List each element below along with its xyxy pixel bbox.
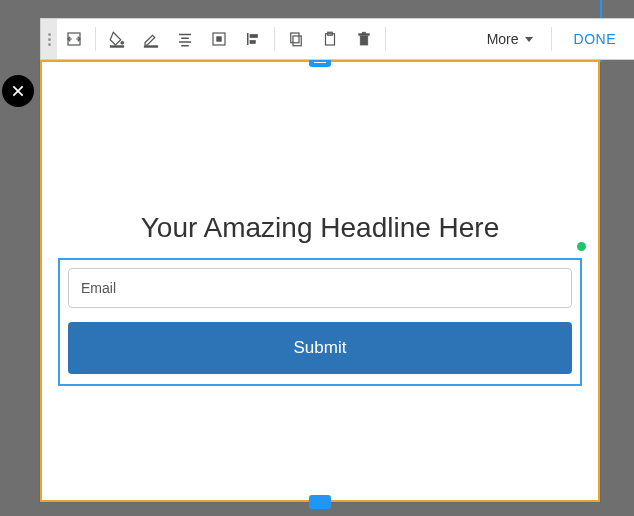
done-button[interactable]: DONE xyxy=(556,19,634,59)
fill-color-button[interactable] xyxy=(100,22,134,56)
svg-point-3 xyxy=(121,41,124,44)
toolbar-drag-handle[interactable] xyxy=(41,19,57,59)
align-left-block-icon xyxy=(244,30,262,48)
svg-rect-15 xyxy=(293,36,301,46)
svg-rect-16 xyxy=(291,33,299,43)
pencil-icon xyxy=(142,30,160,48)
svg-rect-13 xyxy=(250,35,258,38)
more-label: More xyxy=(487,31,519,47)
align-center-icon xyxy=(176,30,194,48)
selected-section[interactable]: Your Amazing Headline Here Submit xyxy=(40,60,600,502)
svg-rect-5 xyxy=(144,46,158,48)
svg-rect-11 xyxy=(217,37,222,42)
copy-icon xyxy=(287,30,305,48)
separator xyxy=(95,27,96,51)
border-color-button[interactable] xyxy=(134,22,168,56)
svg-rect-21 xyxy=(363,32,366,34)
clipboard-icon xyxy=(321,30,339,48)
headline-text[interactable]: Your Amazing Headline Here xyxy=(42,212,598,244)
status-indicator xyxy=(577,242,586,251)
drag-dots-icon xyxy=(48,33,51,46)
text-align-button[interactable] xyxy=(168,22,202,56)
box-align-icon xyxy=(210,30,228,48)
editor-toolbar: More DONE xyxy=(40,18,634,60)
separator xyxy=(274,27,275,51)
padding-button[interactable] xyxy=(202,22,236,56)
width-tool-button[interactable] xyxy=(57,22,91,56)
paste-button[interactable] xyxy=(313,22,347,56)
email-field[interactable] xyxy=(68,268,572,308)
close-editor-button[interactable] xyxy=(2,75,34,107)
copy-button[interactable] xyxy=(279,22,313,56)
paint-bucket-icon xyxy=(108,30,126,48)
submit-button[interactable]: Submit xyxy=(68,322,572,374)
delete-button[interactable] xyxy=(347,22,381,56)
separator xyxy=(385,27,386,51)
chevron-down-icon xyxy=(525,37,533,42)
width-icon xyxy=(65,30,83,48)
separator xyxy=(551,27,552,51)
done-label: DONE xyxy=(574,31,616,47)
close-icon xyxy=(10,83,26,99)
more-menu-button[interactable]: More xyxy=(473,22,547,56)
trash-icon xyxy=(355,30,373,48)
align-left-button[interactable] xyxy=(236,22,270,56)
svg-rect-4 xyxy=(110,46,124,48)
svg-rect-14 xyxy=(250,41,255,44)
resize-handle-bottom[interactable] xyxy=(309,495,331,509)
svg-rect-19 xyxy=(360,36,368,45)
form-container[interactable]: Submit xyxy=(58,258,582,386)
